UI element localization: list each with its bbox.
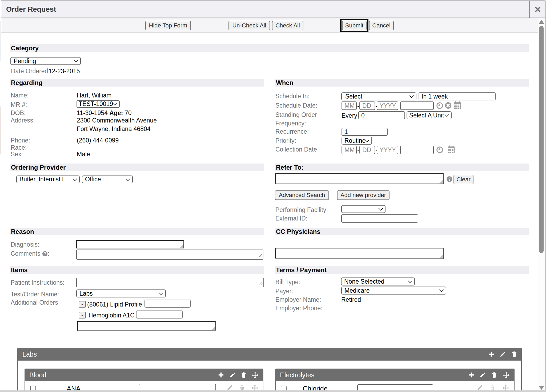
category-select[interactable]: Pending [10, 57, 81, 65]
ana-edit-icon[interactable] [227, 385, 233, 391]
blood-edit-icon[interactable] [230, 372, 235, 378]
diagnosis-label: Diagnosis: [11, 241, 39, 248]
resize-grip[interactable] [439, 255, 443, 258]
comments-help-icon[interactable] [42, 251, 48, 256]
labs-edit-icon[interactable] [500, 351, 506, 357]
cancel-button[interactable]: Cancel [369, 21, 394, 30]
payer-select[interactable]: Medicare [341, 287, 446, 295]
scroll-down-icon[interactable] [539, 386, 544, 390]
schedule-date-time-input[interactable] [400, 101, 434, 110]
recurrence-input[interactable]: 1 [342, 128, 388, 136]
blood-delete-icon[interactable] [241, 372, 247, 378]
advanced-search-button[interactable]: Advanced Search [275, 190, 329, 200]
toolbar-divider [1, 32, 538, 33]
additional-orders-textarea[interactable] [77, 321, 216, 331]
labs-add-icon[interactable] [488, 351, 494, 357]
comments-textarea[interactable] [76, 250, 263, 260]
cc-physicians-textarea[interactable] [275, 248, 444, 259]
scroll-up-icon[interactable] [539, 20, 544, 24]
date-ordered-value: 12-23-2015 [49, 68, 80, 75]
priority-label: Priority: [275, 137, 296, 144]
resize-grip[interactable] [259, 254, 262, 259]
mr-select[interactable]: TEST-10019 [77, 100, 120, 108]
chloride-edit-icon[interactable] [477, 385, 483, 391]
employer-name-value: Retired [341, 296, 361, 303]
sex-value: Male [77, 151, 90, 158]
uncheck-all-button[interactable]: Un-Check All [228, 21, 270, 30]
external-id-label: External ID: [275, 215, 307, 222]
every-label: Every [342, 112, 357, 119]
refer-to-textarea[interactable] [275, 173, 444, 184]
close-icon [535, 7, 540, 12]
collection-date-calendar-icon[interactable] [447, 145, 455, 153]
resize-grip[interactable] [212, 326, 215, 330]
standing-order-every-input[interactable]: 0 [358, 111, 405, 119]
patient-instructions-textarea[interactable] [76, 278, 264, 287]
blood-move-icon[interactable] [252, 372, 258, 378]
refer-to-help-icon[interactable] [446, 176, 452, 182]
payer-label: Payer: [275, 288, 293, 295]
order-value-input[interactable] [136, 311, 183, 318]
labs-delete-icon[interactable] [511, 351, 517, 357]
remove-order-button[interactable]: - [79, 301, 86, 308]
titlebar [1, 1, 529, 18]
labs-panel-header: Labs [17, 348, 522, 361]
phone-label: Phone: [11, 137, 30, 144]
schedule-date-month-input[interactable]: MM [342, 101, 357, 110]
external-id-input[interactable] [341, 214, 418, 223]
terms-payment-heading: Terms / Payment [275, 266, 529, 274]
resize-grip[interactable] [180, 244, 183, 248]
electrolytes-move-icon[interactable] [503, 372, 509, 378]
hide-top-form-button[interactable]: Hide Top Form [145, 21, 191, 30]
standing-order-unit-select[interactable]: Select A Unit [407, 111, 452, 119]
remove-order-button[interactable]: - [79, 312, 86, 318]
collection-date-time-input[interactable] [400, 146, 434, 154]
schedule-date-day-input[interactable]: DD [359, 101, 375, 110]
collection-date-label: Collection Date [275, 146, 317, 153]
add-new-provider-button[interactable]: Add new provider [337, 190, 390, 200]
reason-heading: Reason [10, 228, 264, 235]
blood-add-icon[interactable] [218, 372, 224, 378]
diagnosis-textarea[interactable] [76, 240, 184, 248]
date-separator: - [357, 147, 359, 154]
collection-date-year-input[interactable]: YYYY [377, 146, 398, 154]
electrolytes-delete-icon[interactable] [491, 372, 497, 378]
check-all-button[interactable]: Check All [272, 21, 303, 30]
ordering-location-select[interactable]: Office [82, 175, 133, 183]
schedule-in-input[interactable]: In 1 week [419, 92, 496, 100]
schedule-date-label: Schedule Date: [275, 102, 317, 109]
bill-type-select[interactable]: None Selected [341, 277, 415, 285]
address-label: Address: [11, 117, 35, 124]
collection-date-day-input[interactable]: DD [359, 146, 375, 154]
resize-grip[interactable] [439, 180, 443, 183]
collection-date-clock-icon[interactable] [436, 146, 443, 153]
resize-grip[interactable] [259, 281, 263, 286]
close-button[interactable] [529, 1, 545, 18]
clear-button[interactable]: Clear [453, 175, 473, 184]
modal-frame [1, 1, 545, 392]
schedule-date-clock-icon[interactable] [436, 102, 443, 109]
additional-orders-label: Additional Orders [11, 299, 58, 306]
schedule-date-calendar-icon[interactable] [453, 101, 461, 109]
submit-button[interactable]: Submit [342, 21, 367, 30]
performing-facility-select[interactable] [341, 205, 386, 213]
scrollbar-thumb[interactable] [539, 26, 544, 253]
order-value-input[interactable] [144, 300, 191, 308]
electrolytes-edit-icon[interactable] [480, 372, 485, 378]
patient-instructions-label: Patient Instructions: [11, 279, 65, 286]
priority-select[interactable]: Routine [342, 137, 372, 145]
order-label: Hemoglobin A1C [89, 312, 135, 319]
schedule-date-clear-icon[interactable] [445, 102, 452, 109]
ana-delete-icon[interactable] [239, 385, 245, 391]
phone-value: (260) 444-0099 [77, 137, 119, 144]
mr-label: MR #: [11, 101, 27, 108]
age-value: 70 [125, 109, 132, 116]
collection-date-month-input[interactable]: MM [342, 146, 357, 154]
ordering-provider-select[interactable]: Butler, Internist E. [16, 175, 80, 183]
electrolytes-add-icon[interactable] [468, 372, 474, 378]
performing-facility-label: Performing Facility: [275, 206, 328, 214]
test-order-select[interactable]: Labs [76, 289, 166, 297]
schedule-in-select[interactable]: Select [341, 92, 416, 100]
schedule-date-year-input[interactable]: YYYY [377, 101, 398, 110]
chloride-delete-icon[interactable] [489, 385, 495, 391]
